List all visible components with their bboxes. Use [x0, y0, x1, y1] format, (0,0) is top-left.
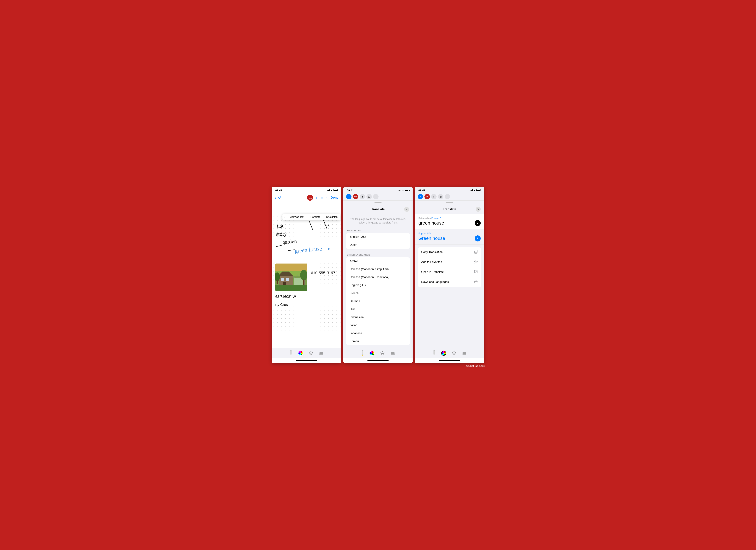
pencil-icon — [289, 350, 293, 356]
svg-rect-42 — [391, 353, 394, 354]
svg-text:story: story — [276, 231, 287, 237]
panel-language-select: 09:41 ▲ ‹ GH ⬆ ⊞ ··· — [343, 187, 413, 363]
drag-handle-container-2 — [343, 201, 413, 204]
svg-point-49 — [474, 280, 477, 283]
detect-arrow[interactable]: ⌃ — [440, 217, 442, 219]
table-button[interactable]: ⊞ — [321, 196, 323, 200]
svg-rect-34 — [320, 354, 323, 355]
language-scroll[interactable]: SUGGESTED English (US) Dutch OTHER LANGU… — [343, 227, 413, 348]
status-icons-1: ▲ — [327, 189, 338, 191]
battery-icon-3 — [476, 189, 481, 191]
wifi-icon-3: ▲ — [474, 189, 476, 191]
more-button[interactable]: ··· — [326, 196, 328, 199]
panel3-icon-more[interactable]: ··· — [445, 194, 450, 199]
drag-handle-3 — [446, 202, 453, 203]
back-button[interactable]: ‹ — [275, 195, 276, 200]
panel2-icon-table[interactable]: ⊞ — [366, 194, 372, 199]
pencil-icon-3[interactable] — [432, 350, 436, 356]
home-indicator-1 — [272, 358, 341, 363]
svg-marker-37 — [362, 355, 363, 356]
favorites-icon — [474, 260, 478, 265]
panel2-icon-back[interactable]: ‹ — [346, 194, 351, 199]
play-button[interactable]: ▶ — [475, 220, 481, 226]
lang-arabic[interactable]: Arabic — [346, 257, 410, 265]
panel3-icon-up[interactable]: ⬆ — [431, 194, 437, 199]
stack-icon-3[interactable] — [462, 351, 467, 356]
done-button[interactable]: Done — [331, 196, 338, 199]
svg-rect-33 — [320, 353, 323, 354]
open-in-translate-item[interactable]: Open in Translate — [418, 267, 481, 277]
svg-rect-38 — [362, 350, 363, 351]
phone-number-text: 610-555-0197 — [311, 271, 335, 275]
coordinates-text: 63,71608° W — [275, 295, 296, 299]
lang-french[interactable]: French — [346, 289, 410, 297]
color-wheel[interactable] — [298, 351, 303, 356]
panel3-icon-back[interactable]: ‹ — [418, 194, 423, 199]
layers-icon[interactable] — [308, 351, 313, 356]
color-wheel-3[interactable] — [441, 351, 446, 356]
pencil-icon-2[interactable] — [361, 350, 364, 356]
close-button-3[interactable]: ✕ — [476, 207, 481, 212]
source-text: green house ▶ — [418, 220, 481, 226]
translate-subtitle: The language could not be automatically … — [343, 214, 413, 227]
lang-english-us[interactable]: English (US) — [346, 233, 410, 241]
panel3-icon-table[interactable]: ⊞ — [438, 194, 443, 199]
pencil-icon-container[interactable] — [289, 350, 293, 356]
target-lang-label: English (US) ⌃ — [415, 230, 484, 235]
panel2-icon-up[interactable]: ⬆ — [360, 194, 365, 199]
context-menu: ‹ Copy as Text Translate Straighten — [282, 214, 340, 220]
open-translate-icon — [474, 270, 478, 275]
color-wheel-2[interactable] — [370, 351, 375, 356]
translate-button[interactable]: Translate — [307, 214, 323, 220]
svg-marker-60 — [452, 353, 456, 355]
stack-icon-2[interactable] — [390, 351, 395, 356]
svg-marker-31 — [309, 353, 313, 355]
panel2-icon-more[interactable]: ··· — [373, 194, 379, 199]
home-bar-2 — [367, 360, 389, 361]
straighten-button[interactable]: Straighten — [323, 214, 340, 220]
lang-italian[interactable]: Italian — [346, 321, 410, 329]
add-to-favorites-item[interactable]: Add to Favorites — [418, 257, 481, 267]
undo-button[interactable]: ↺ — [278, 196, 281, 200]
pause-button[interactable]: ⏸ — [475, 235, 481, 241]
close-button-2[interactable]: ✕ — [404, 207, 409, 212]
lang-chinese-traditional[interactable]: Chinese (Mandarin, Traditional) — [346, 273, 410, 281]
lang-korean[interactable]: Korean — [346, 337, 410, 345]
suggested-label: SUGGESTED — [343, 227, 413, 233]
layers-icon-3[interactable] — [451, 351, 456, 356]
panel-translation-result: 09:41 ▲ ‹ GH ⬆ ⊞ ··· — [415, 187, 484, 363]
svg-text:D: D — [326, 224, 330, 229]
lang-chinese-simplified[interactable]: Chinese (Mandarin, Simplified) — [346, 265, 410, 273]
translation-result-area: Detected as French ⌃ green house ▶ — [415, 214, 484, 229]
outer-wrapper: 09:41 ▲ ‹ ↺ GADGETHACKS ⬆ ⊞ ··· — [271, 187, 485, 363]
share-button[interactable]: ⬆ — [316, 196, 318, 200]
status-time-2: 09:41 — [347, 189, 354, 192]
download-languages-item[interactable]: Download Languages — [418, 277, 481, 287]
translate-title-3: Translate — [423, 207, 476, 211]
lang-english-uk[interactable]: English (UK) — [346, 281, 410, 289]
stack-svg — [319, 351, 323, 355]
context-menu-prev[interactable]: ‹ — [282, 214, 287, 220]
layers-icon-2[interactable] — [380, 351, 385, 356]
panel-notes: 09:41 ▲ ‹ ↺ GADGETHACKS ⬆ ⊞ ··· — [272, 187, 341, 363]
svg-rect-61 — [463, 352, 466, 352]
lang-hindi[interactable]: Hindi — [346, 305, 410, 313]
copy-translation-item[interactable]: Copy Translation — [418, 247, 481, 257]
status-bar-2: 09:41 ▲ — [343, 187, 413, 193]
bottom-toolbar-2 — [343, 348, 413, 358]
lang-japanese[interactable]: Japanese — [346, 329, 410, 337]
svg-rect-24 — [277, 280, 278, 284]
copy-as-text-button[interactable]: Copy as Text — [287, 214, 307, 220]
status-time-1: 09:41 — [275, 189, 282, 192]
stack-icon[interactable] — [319, 351, 324, 356]
toolbar-left: ‹ ↺ — [275, 195, 281, 200]
download-icon — [474, 280, 478, 285]
svg-rect-15 — [281, 278, 284, 281]
status-time-3: 09:41 — [418, 189, 425, 192]
status-icons-3: ▲ — [470, 189, 481, 191]
lang-german[interactable]: German — [346, 297, 410, 305]
lang-indonesian[interactable]: Indonesian — [346, 313, 410, 321]
target-lang-arrow[interactable]: ⌃ — [432, 232, 434, 235]
home-indicator-2 — [343, 358, 413, 363]
lang-dutch[interactable]: Dutch — [346, 241, 410, 249]
